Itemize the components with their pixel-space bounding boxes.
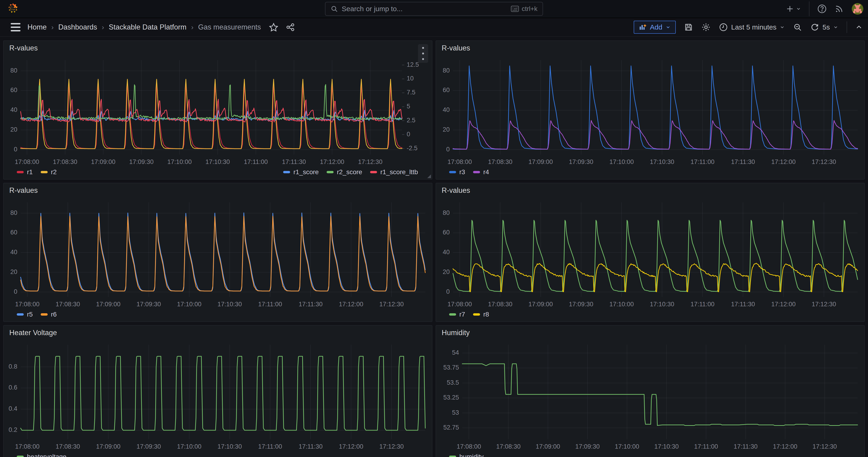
user-avatar[interactable] <box>852 3 863 14</box>
svg-text:17:11:30: 17:11:30 <box>282 158 306 165</box>
menu-toggle-button[interactable] <box>11 23 21 31</box>
svg-text:53.75: 53.75 <box>443 364 459 371</box>
svg-text:17:10:30: 17:10:30 <box>218 443 242 450</box>
svg-text:17:11:00: 17:11:00 <box>258 301 282 307</box>
svg-text:17:10:30: 17:10:30 <box>206 158 230 165</box>
svg-text:17:11:30: 17:11:30 <box>299 443 323 450</box>
svg-text:17:10:30: 17:10:30 <box>654 443 679 450</box>
news-button[interactable] <box>835 4 844 13</box>
svg-text:0: 0 <box>446 146 450 153</box>
svg-text:17:08:00: 17:08:00 <box>447 301 472 307</box>
legend-color-chip <box>449 456 456 457</box>
zoom-out-icon <box>793 23 802 32</box>
legend-item-r3[interactable]: r3 <box>449 169 465 176</box>
share-icon[interactable] <box>286 23 295 32</box>
svg-text:20: 20 <box>443 268 450 275</box>
legend-label: r4 <box>483 169 489 176</box>
breadcrumb-item-gas-measurements[interactable]: Gas measurements <box>198 23 261 31</box>
dashboard-toolbar: Home›Dashboards›Stackable Data Platform›… <box>0 18 868 37</box>
legend-label: r2_score <box>337 169 362 176</box>
refresh-button[interactable]: 5s <box>810 23 838 32</box>
legend-item-r1_score_lttb[interactable]: r1_score_lttb <box>370 169 418 176</box>
avatar-image <box>852 3 863 14</box>
new-dashboard-button[interactable] <box>786 5 801 13</box>
collapse-toolbar-button[interactable] <box>856 24 862 31</box>
grafana-logo[interactable] <box>8 3 18 15</box>
svg-text:0: 0 <box>14 288 18 295</box>
svg-text:0: 0 <box>14 146 18 153</box>
refresh-icon <box>810 23 819 32</box>
zoom-out-time-button[interactable] <box>793 23 802 32</box>
top-navigation-bar: ctrl+k <box>0 0 868 18</box>
panel-title: Humidity <box>442 329 470 337</box>
global-search[interactable]: ctrl+k <box>325 2 543 16</box>
svg-text:17:11:30: 17:11:30 <box>299 301 323 307</box>
legend-color-chip <box>473 171 480 173</box>
svg-text:17:12:00: 17:12:00 <box>339 301 363 307</box>
svg-text:17:09:30: 17:09:30 <box>136 301 161 307</box>
chart-canvas: 0.20.40.60.817:08:0017:08:3017:09:0017:0… <box>4 339 432 453</box>
favorite-star-icon[interactable] <box>269 23 278 32</box>
svg-text:60: 60 <box>10 229 18 236</box>
svg-text:17:08:00: 17:08:00 <box>14 158 39 165</box>
legend-item-heatervoltage[interactable]: heatervoltage <box>17 453 66 457</box>
panel-legend: r3r4 <box>436 168 864 179</box>
svg-text:0.4: 0.4 <box>9 405 17 412</box>
legend-item-r2_score[interactable]: r2_score <box>327 169 362 176</box>
svg-text:17:09:30: 17:09:30 <box>136 443 161 450</box>
svg-text:17:09:00: 17:09:00 <box>91 158 116 165</box>
legend-item-r8[interactable]: r8 <box>473 311 489 318</box>
breadcrumb-item-stackable-data-platform[interactable]: Stackable Data Platform <box>109 23 186 31</box>
breadcrumb-item-dashboards[interactable]: Dashboards <box>58 23 97 31</box>
dashboard-settings-button[interactable] <box>701 23 711 32</box>
rss-icon <box>835 4 844 13</box>
svg-text:20: 20 <box>10 268 18 275</box>
svg-text:0: 0 <box>407 130 410 138</box>
legend-item-r2[interactable]: r2 <box>41 169 57 176</box>
legend-item-r1[interactable]: r1 <box>17 169 33 176</box>
svg-text:17:08:00: 17:08:00 <box>447 158 472 165</box>
panel-legend: r7r8 <box>436 310 864 322</box>
svg-text:20: 20 <box>443 126 450 133</box>
search-input[interactable] <box>342 5 511 13</box>
svg-text:17:12:30: 17:12:30 <box>812 443 837 450</box>
breadcrumb-item-home[interactable]: Home <box>27 23 47 31</box>
svg-text:17:08:30: 17:08:30 <box>56 301 80 307</box>
gear-icon <box>701 23 711 32</box>
legend-label: r2 <box>51 169 57 176</box>
panel-legend: r1r2r1_scorer2_scorer1_score_lttb <box>4 168 432 179</box>
svg-text:2.5: 2.5 <box>407 117 415 124</box>
legend-color-chip <box>449 171 456 173</box>
svg-text:60: 60 <box>10 87 18 93</box>
legend-item-humidity[interactable]: humidity <box>449 453 484 457</box>
time-range-picker[interactable]: Last 5 minutes <box>719 23 785 32</box>
svg-text:17:10:30: 17:10:30 <box>650 158 674 165</box>
add-panel-button[interactable]: Add <box>634 21 676 34</box>
svg-text:17:09:00: 17:09:00 <box>528 301 553 307</box>
svg-text:17:10:00: 17:10:00 <box>609 301 634 307</box>
legend-item-r1_score[interactable]: r1_score <box>283 169 319 176</box>
panel-menu-button[interactable] <box>418 44 428 63</box>
legend-item-r5[interactable]: r5 <box>17 311 33 318</box>
svg-text:7.5: 7.5 <box>407 89 415 96</box>
svg-text:17:11:00: 17:11:00 <box>244 158 268 165</box>
panel-title: Heater Voltage <box>9 329 57 337</box>
panel-title: R-values <box>9 44 38 52</box>
save-dashboard-button[interactable] <box>684 23 693 32</box>
keyboard-icon <box>511 6 519 12</box>
chevron-down-icon <box>780 25 785 30</box>
legend-item-r4[interactable]: r4 <box>473 169 489 176</box>
svg-text:17:09:00: 17:09:00 <box>528 158 553 165</box>
panel-resize-handle[interactable] <box>427 175 431 178</box>
svg-text:17:11:30: 17:11:30 <box>731 301 755 307</box>
search-shortcut-label: ctrl+k <box>522 5 537 12</box>
help-button[interactable] <box>817 4 827 13</box>
legend-item-r6[interactable]: r6 <box>41 311 57 318</box>
svg-text:17:08:00: 17:08:00 <box>15 443 39 450</box>
svg-text:53.5: 53.5 <box>447 379 459 386</box>
time-range-label: Last 5 minutes <box>731 23 776 31</box>
clock-icon <box>719 23 728 32</box>
svg-text:80: 80 <box>443 67 450 74</box>
legend-item-r7[interactable]: r7 <box>449 311 465 318</box>
svg-text:17:11:30: 17:11:30 <box>731 158 755 165</box>
